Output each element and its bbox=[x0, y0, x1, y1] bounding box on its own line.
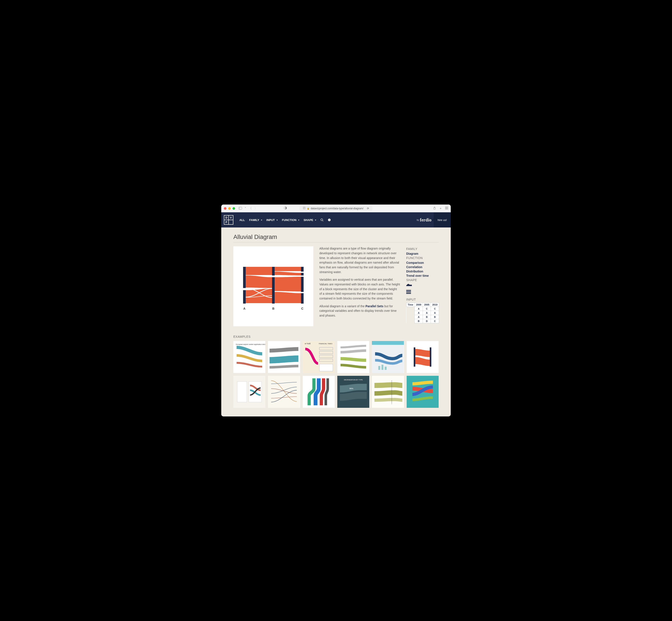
share-icon[interactable] bbox=[433, 206, 436, 210]
example-thumb[interactable]: European asylum seeker application decis… bbox=[233, 341, 265, 373]
new-tab-icon[interactable]: ＋ bbox=[439, 206, 442, 210]
svg-rect-23 bbox=[301, 293, 304, 303]
svg-rect-41 bbox=[378, 366, 380, 370]
example-thumb[interactable] bbox=[407, 341, 439, 373]
page-title: Alluvial Diagram bbox=[233, 234, 439, 241]
svg-text:86%: 86% bbox=[349, 387, 353, 390]
svg-rect-24 bbox=[406, 290, 411, 291]
back-button[interactable]: 〈 bbox=[249, 206, 252, 210]
examples-label: EXAMPLES bbox=[233, 335, 439, 338]
nav-shape[interactable]: SHAPE bbox=[302, 217, 318, 223]
meta-sidebar: FAMILY Diagram FUNCTION Comparison Corre… bbox=[406, 246, 439, 326]
example-thumb[interactable] bbox=[337, 341, 369, 373]
axis-a-label: A bbox=[243, 307, 245, 310]
site-navbar: DVP ALL FAMILY INPUT FUNCTION SHAPE i by… bbox=[221, 212, 451, 227]
svg-rect-48 bbox=[237, 381, 247, 402]
example-thumb[interactable]: or holdFINANCIAL TIMES bbox=[303, 341, 335, 373]
svg-text:FINANCIAL TIMES: FINANCIAL TIMES bbox=[319, 343, 332, 345]
svg-point-12 bbox=[321, 219, 323, 221]
example-thumb[interactable] bbox=[303, 376, 335, 408]
svg-rect-45 bbox=[413, 347, 415, 367]
svg-rect-11 bbox=[447, 208, 448, 209]
shape-area-icon[interactable] bbox=[406, 283, 439, 287]
input-label: INPUT bbox=[406, 298, 439, 301]
example-thumb[interactable] bbox=[372, 376, 404, 408]
shape-label: SHAPE bbox=[406, 278, 439, 282]
close-window-button[interactable] bbox=[224, 207, 226, 210]
tabs-icon[interactable] bbox=[445, 206, 448, 210]
lock-icon: 🔒 bbox=[307, 207, 309, 210]
nav-family[interactable]: FAMILY bbox=[247, 217, 264, 223]
svg-rect-0 bbox=[239, 207, 242, 209]
svg-rect-26 bbox=[406, 293, 411, 294]
function-comparison-link[interactable]: Comparison bbox=[406, 261, 439, 264]
example-thumb[interactable] bbox=[407, 376, 439, 408]
nav-function[interactable]: FUNCTION bbox=[280, 217, 302, 223]
paragraph-1: Alluvial diagrams are a type of flow dia… bbox=[319, 246, 400, 275]
svg-rect-37 bbox=[319, 364, 333, 371]
svg-rect-43 bbox=[385, 367, 387, 370]
example-thumb[interactable] bbox=[372, 341, 404, 373]
browser-window: ˅ 〈 〉 🔒 datavizproject.com/data-type/all… bbox=[221, 205, 451, 416]
nav-input[interactable]: INPUT bbox=[264, 217, 280, 223]
svg-rect-20 bbox=[301, 267, 304, 272]
svg-rect-8 bbox=[445, 207, 446, 208]
function-trend-link[interactable]: Trend over time bbox=[406, 274, 439, 278]
example-thumb[interactable] bbox=[268, 376, 300, 408]
description: Alluvial diagrams are a type of flow dia… bbox=[319, 246, 400, 326]
hire-us-button[interactable]: hire us! bbox=[434, 212, 451, 227]
svg-rect-9 bbox=[447, 207, 448, 208]
minimize-window-button[interactable] bbox=[228, 207, 231, 210]
function-distribution-link[interactable]: Distribution bbox=[406, 270, 439, 273]
logo[interactable]: DVP bbox=[224, 215, 233, 225]
example-thumb[interactable] bbox=[268, 341, 300, 373]
function-label: FUNCTION bbox=[406, 256, 439, 260]
paragraph-3: Alluvial diagram is a variant of the Par… bbox=[319, 304, 400, 318]
svg-text:DEGRADATION BY TYPE: DEGRADATION BY TYPE bbox=[344, 379, 363, 380]
svg-text:European asylum seeker applica: European asylum seeker application decis… bbox=[236, 343, 265, 345]
svg-rect-44 bbox=[407, 341, 439, 373]
refresh-icon[interactable]: ⟳ bbox=[367, 207, 369, 210]
family-diagram-link[interactable]: Diagram bbox=[406, 252, 439, 255]
address-bar[interactable]: 🔒 datavizproject.com/data-type/alluvial-… bbox=[300, 206, 372, 211]
axis-c-label: C bbox=[301, 307, 303, 310]
chevron-down-icon[interactable]: ˅ bbox=[244, 207, 246, 210]
svg-rect-42 bbox=[382, 365, 384, 370]
svg-text:or hold: or hold bbox=[305, 342, 311, 345]
function-correlation-link[interactable]: Correlation bbox=[406, 265, 439, 269]
svg-rect-18 bbox=[272, 267, 275, 276]
svg-rect-22 bbox=[301, 277, 304, 292]
reader-icon[interactable] bbox=[303, 207, 306, 210]
sidebar-toggle-icon[interactable] bbox=[238, 207, 242, 210]
url-text: datavizproject.com/data-type/alluvial-di… bbox=[311, 207, 363, 210]
svg-rect-19 bbox=[272, 277, 275, 303]
shield-icon[interactable] bbox=[284, 206, 287, 210]
paragraph-2: Variables are assigned to vertical axes … bbox=[319, 278, 400, 301]
maximize-window-button[interactable] bbox=[232, 207, 235, 210]
svg-rect-46 bbox=[430, 347, 431, 367]
forward-button[interactable]: 〉 bbox=[254, 206, 257, 210]
svg-rect-25 bbox=[406, 291, 411, 292]
by-ferdio[interactable]: by ferdio bbox=[417, 217, 432, 222]
traffic-lights bbox=[224, 207, 235, 210]
hero-diagram: A B C bbox=[233, 246, 313, 326]
svg-text:i: i bbox=[329, 219, 329, 221]
page-content: Alluvial Diagram bbox=[221, 227, 451, 416]
nav-all[interactable]: ALL bbox=[237, 217, 247, 223]
parallel-sets-link[interactable]: Parallel Sets bbox=[365, 304, 383, 308]
svg-rect-40 bbox=[372, 341, 404, 345]
example-thumb[interactable] bbox=[233, 376, 265, 408]
svg-rect-21 bbox=[301, 273, 304, 276]
svg-rect-10 bbox=[445, 208, 446, 209]
titlebar: ˅ 〈 〉 🔒 datavizproject.com/data-type/all… bbox=[221, 205, 451, 212]
shape-bars-icon[interactable] bbox=[406, 290, 439, 295]
input-table: Time 2000 2005 2010 ACC AAA ABB BDC bbox=[406, 302, 439, 323]
example-thumb[interactable]: DEGRADATION BY TYPE86% bbox=[337, 376, 369, 408]
info-icon[interactable]: i bbox=[326, 217, 333, 223]
svg-rect-50 bbox=[268, 376, 300, 408]
axis-b-label: B bbox=[272, 307, 274, 310]
svg-line-13 bbox=[323, 220, 323, 221]
svg-rect-17 bbox=[243, 290, 246, 303]
search-icon[interactable] bbox=[318, 217, 326, 223]
examples-grid: European asylum seeker application decis… bbox=[233, 341, 439, 408]
